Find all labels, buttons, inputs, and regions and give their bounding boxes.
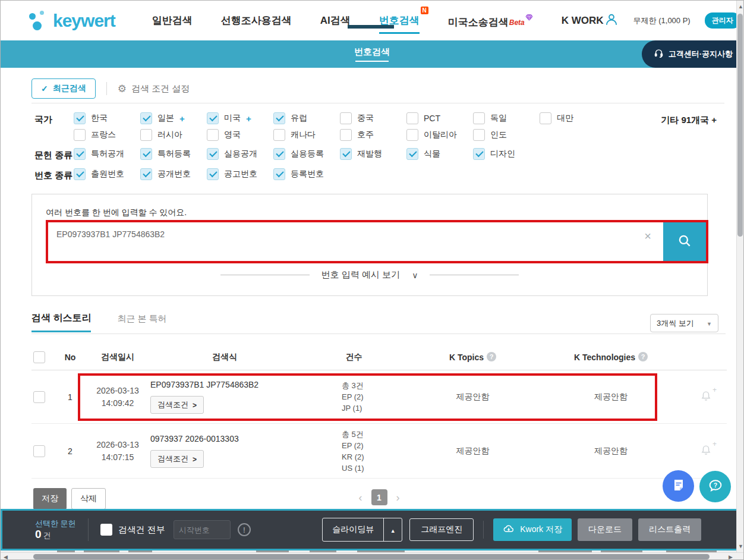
expand-plus[interactable]: + <box>179 114 185 124</box>
start-number-input[interactable] <box>174 520 231 539</box>
number-type-option[interactable]: 공고번호 <box>207 168 273 180</box>
help-fab-button[interactable]: ? <box>699 471 731 502</box>
search-button[interactable] <box>663 222 706 261</box>
checkbox[interactable] <box>473 148 485 160</box>
subtab-number-search[interactable]: 번호검색 <box>1 46 743 62</box>
doc-type-option[interactable]: 실용공개 <box>207 148 273 160</box>
caret-up-toggle[interactable] <box>383 518 402 541</box>
user-icon[interactable] <box>604 12 619 30</box>
graph-engine-button[interactable]: 그래프엔진 <box>409 518 474 541</box>
country-option[interactable]: 대만 <box>540 112 606 124</box>
tab-recent-patents[interactable]: 최근 본 특허 <box>117 313 166 332</box>
memo-fab-button[interactable] <box>663 470 694 502</box>
checkbox[interactable] <box>74 112 86 124</box>
scroll-right-icon[interactable] <box>729 554 733 560</box>
checkbox[interactable] <box>406 112 418 124</box>
nav-prior-art-search[interactable]: 선행조사용검색 <box>221 14 292 27</box>
country-option[interactable]: 러시아 <box>140 129 207 141</box>
doc-type-option[interactable]: 특허등록 <box>140 148 207 160</box>
prev-page-icon[interactable] <box>359 492 362 503</box>
logo[interactable]: keywert <box>28 10 115 32</box>
country-option[interactable]: 영국 <box>207 129 273 141</box>
checkbox[interactable] <box>207 112 219 124</box>
country-option[interactable]: 캐나다 <box>273 129 340 141</box>
checkbox[interactable] <box>140 112 152 124</box>
checkbox[interactable] <box>340 129 352 141</box>
checkbox[interactable] <box>207 129 219 141</box>
number-type-option[interactable]: 출원번호 <box>74 168 140 180</box>
row-checkbox[interactable] <box>33 391 45 403</box>
horizontal-scrollbar[interactable] <box>1 552 743 560</box>
nav-ai-search[interactable]: AI검색 <box>320 14 351 27</box>
number-type-option[interactable]: 등록번호 <box>273 168 340 180</box>
more-countries-button[interactable]: 기타 91개국 + <box>661 115 717 126</box>
country-option[interactable]: 독일 <box>473 112 540 124</box>
country-option[interactable]: 중국 <box>340 112 406 124</box>
checkbox[interactable] <box>140 129 152 141</box>
checkbox[interactable] <box>473 112 485 124</box>
country-option[interactable]: 인도 <box>473 129 540 141</box>
country-option[interactable]: 이탈리아 <box>406 129 473 141</box>
number-search-input[interactable]: EP0973937B1 JP7754863B2 <box>48 222 663 261</box>
bell-add-icon[interactable]: + <box>699 389 713 405</box>
next-page-icon[interactable] <box>396 492 400 503</box>
checkbox[interactable] <box>273 168 285 180</box>
country-option[interactable]: 호주 <box>340 129 406 141</box>
checkbox[interactable] <box>207 168 219 180</box>
vertical-scrollbar-thumb[interactable] <box>737 14 743 237</box>
checkbox[interactable] <box>74 129 86 141</box>
checkbox[interactable] <box>207 148 219 160</box>
scroll-left-icon[interactable] <box>4 554 8 560</box>
checkbox[interactable] <box>100 524 112 536</box>
doc-type-option[interactable]: 특허공개 <box>74 148 140 160</box>
horizontal-scrollbar-thumb[interactable] <box>33 554 710 559</box>
search-condition-button[interactable]: 검색조건 <box>150 450 204 468</box>
number-example-toggle[interactable]: 번호 입력 예시 보기 <box>32 269 707 281</box>
list-print-button[interactable]: 리스트출력 <box>638 518 701 541</box>
checkbox[interactable] <box>540 112 551 124</box>
number-type-option[interactable]: 공개번호 <box>140 168 207 180</box>
checkbox[interactable] <box>340 112 352 124</box>
checkbox[interactable] <box>473 129 485 141</box>
nav-general-search[interactable]: 일반검색 <box>152 14 193 27</box>
checkbox[interactable] <box>273 148 285 160</box>
download-button[interactable]: 다운로드 <box>578 518 632 541</box>
checkbox[interactable] <box>406 129 418 141</box>
help-icon[interactable] <box>638 352 648 361</box>
checkbox[interactable] <box>140 168 152 180</box>
country-option[interactable]: 한국 <box>74 112 140 124</box>
checkbox[interactable] <box>273 129 285 141</box>
info-icon[interactable] <box>238 523 251 536</box>
doc-type-option[interactable]: 실용등록 <box>273 148 340 160</box>
country-option[interactable]: 프랑스 <box>74 129 140 141</box>
checkbox[interactable] <box>406 148 418 160</box>
checkbox[interactable] <box>74 148 86 160</box>
kwork-save-button[interactable]: Kwork 저장 <box>493 518 572 541</box>
doc-type-option[interactable]: 재발행 <box>340 148 406 160</box>
tab-search-history[interactable]: 검색 히스토리 <box>31 312 91 332</box>
country-option[interactable]: 일본+ <box>140 112 207 124</box>
country-option[interactable]: PCT <box>406 112 473 124</box>
scroll-up-icon[interactable] <box>738 4 743 10</box>
expand-plus[interactable]: + <box>246 114 251 124</box>
checkbox[interactable] <box>140 148 152 160</box>
doc-type-option[interactable]: 식물 <box>406 148 473 160</box>
support-center-button[interactable]: 고객센터·공지사항 <box>642 40 736 68</box>
country-option[interactable]: 미국+ <box>207 112 273 124</box>
admin-badge[interactable]: 관리자 <box>705 12 740 29</box>
search-condition-button[interactable]: 검색조건 <box>150 396 204 414</box>
nav-number-search[interactable]: 번호검색 N <box>379 14 420 34</box>
nav-k-work[interactable]: K WORK <box>562 15 604 27</box>
nav-us-litigation-search[interactable]: 미국소송검색Beta <box>448 12 533 29</box>
row-checkbox[interactable] <box>33 445 45 457</box>
recent-search-button[interactable]: 최근검색 <box>31 78 96 99</box>
help-icon[interactable] <box>487 352 496 361</box>
checkbox[interactable] <box>74 168 86 180</box>
checkbox[interactable] <box>273 112 285 124</box>
doc-type-option[interactable]: 디자인 <box>473 148 540 160</box>
clear-icon[interactable] <box>644 229 651 243</box>
country-option[interactable]: 유럽 <box>273 112 340 124</box>
sliding-view-button[interactable]: 슬라이딩뷰 <box>322 518 402 542</box>
vertical-scrollbar[interactable] <box>736 1 743 552</box>
page-number[interactable]: 1 <box>371 489 387 505</box>
